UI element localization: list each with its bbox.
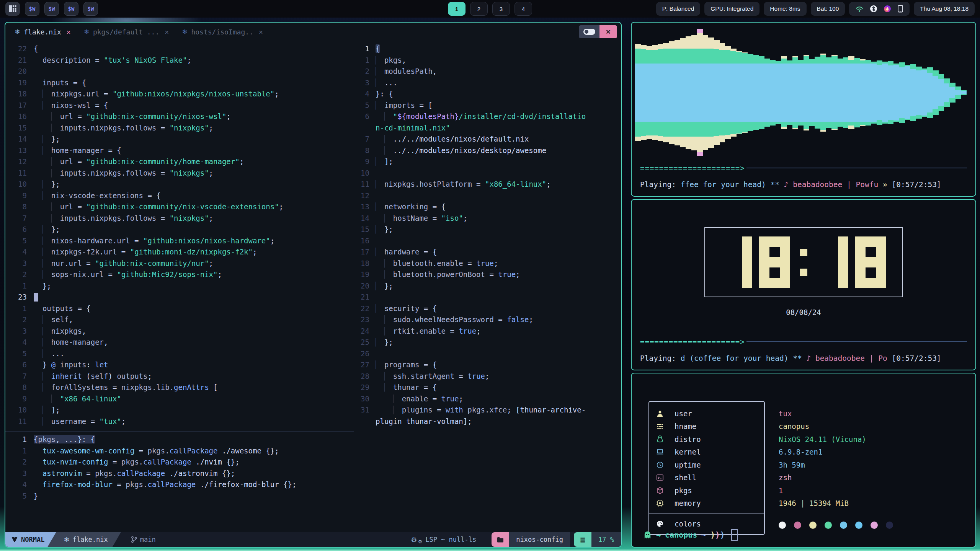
line-number: 16 <box>354 235 376 247</box>
tag-1[interactable]: 1 <box>448 2 466 16</box>
line-text <box>376 235 621 247</box>
neovim-window[interactable]: ❄ flake.nix × ❄ pkgs/default ... × ❄ hos… <box>5 22 622 548</box>
code-line: 8 ▏ url = "github:nix-community/nix-vsco… <box>5 201 354 213</box>
line-text: ▏ url = "github:nix-community/home-manag… <box>34 156 354 168</box>
scroll-chip[interactable]: ≡ 17 % <box>574 532 621 547</box>
ping-label: Home: 8ms <box>770 5 800 12</box>
clock-widget[interactable]: Thu Aug 08, 18:18 <box>914 2 975 16</box>
window-close-button[interactable]: × <box>599 25 617 38</box>
line-number: 1 <box>5 303 34 315</box>
editor-pane-iso[interactable]: 1{1▏ pkgs,2▏ modulesPath,3▏ ...4}: {5▏ i… <box>354 41 621 532</box>
statusline: NORMAL ❄ flake.nix main <box>5 532 621 547</box>
line-text: ▏ ssh.startAgent = true; <box>376 371 621 382</box>
vim-icon <box>11 536 18 543</box>
tab-flake-nix[interactable]: ❄ flake.nix × <box>15 28 71 36</box>
line-text: ▏ rtkit.enable = true; <box>376 326 621 337</box>
tab-close-icon[interactable]: × <box>257 28 263 36</box>
palette-icon <box>656 520 673 528</box>
line-number: 2 <box>5 269 34 280</box>
gpu-label: GPU: Integrated <box>710 5 753 12</box>
code-line: 8 ▏ ../../modules/nixos/desktop/awesome <box>354 145 621 156</box>
lsp-label: LSP ~ null-ls <box>425 536 476 543</box>
statusline-file[interactable]: ❄ flake.nix <box>47 532 121 547</box>
tablet-icon[interactable] <box>897 5 903 13</box>
titlebar-buttons: × <box>579 25 617 38</box>
clock-digit <box>721 236 752 288</box>
code-line: 7 ▏ inherit (self) outputs; <box>5 371 354 382</box>
terminal-visualizer[interactable]: =====================> Playing: ffee for… <box>631 22 976 197</box>
line-text: ▏ "x86_64-linux" <box>34 393 354 405</box>
clock-label: Thu Aug 08, 18:18 <box>920 5 969 12</box>
tag-4[interactable]: 4 <box>514 2 532 16</box>
git-branch-icon <box>131 536 137 543</box>
battery-label: Bat: 100 <box>817 5 839 12</box>
code-line: 18 ▏ bluetooth.enable = true; <box>354 258 621 269</box>
taskbar-item-1[interactable]: $W <box>25 2 39 16</box>
code-line: 2 ▏ self, <box>5 314 354 326</box>
code-line: 1 }; <box>5 280 354 292</box>
code-line: 11 ▏ inputs.nixpkgs.follows = "nixpkgs"; <box>5 168 354 179</box>
code-line: 6 } @ inputs: let <box>5 359 354 371</box>
ontop-toggle-button[interactable] <box>579 25 599 38</box>
color-dot <box>809 522 817 529</box>
line-number: 13 <box>354 201 376 213</box>
tab-close-icon[interactable]: × <box>65 28 71 36</box>
line-text: ▏ hardware = { <box>376 246 621 258</box>
bluetooth-icon[interactable] <box>870 5 877 13</box>
code-line: 7 ▏ inputs.nixpkgs.follows = "nixpkgs"; <box>5 213 354 224</box>
top-bar: $W$W$W$W 1234 P: Balanced GPU: Integrate… <box>0 0 980 18</box>
progress-filled: =====================> <box>640 164 745 172</box>
shell-prompt[interactable]: → canopus ~ ))) <box>643 529 738 541</box>
prompt-path: ~ <box>701 530 706 540</box>
taskbar-item-3[interactable]: $W <box>64 2 78 16</box>
code-line: 14 ▏ }; <box>5 134 354 145</box>
line-number: 10 <box>5 404 34 416</box>
code-line: 5 ▏ ... <box>5 348 354 360</box>
fetch-row: pkgs <box>649 484 764 497</box>
line-text: ▏ self, <box>34 314 354 326</box>
code-line: 9 ▏ "x86_64-linux" <box>5 393 354 405</box>
tray-widget <box>849 2 910 16</box>
code-line: 22{ <box>5 43 354 55</box>
network-icon[interactable] <box>855 5 864 13</box>
ghost-icon <box>643 531 652 540</box>
code-line: 20 <box>5 66 354 77</box>
project-chip[interactable]: nixos-config <box>492 532 570 547</box>
layout-indicator-icon[interactable] <box>5 2 20 16</box>
line-text: ▏ nixpkgs-f2k.url = "github:moni-dz/nixp… <box>34 246 354 258</box>
git-branch[interactable]: main <box>121 532 156 547</box>
code-line: 10 ▏ ]; <box>5 404 354 416</box>
line-number: 10 <box>354 168 376 179</box>
code-line: 26 <box>354 348 621 360</box>
nightlight-icon[interactable] <box>884 5 891 13</box>
tag-2[interactable]: 2 <box>470 2 488 16</box>
line-number: 17 <box>5 100 34 111</box>
line-text <box>376 168 621 179</box>
editor-panes: 22{21 description = "tux's NixOS Flake";… <box>5 41 621 532</box>
line-text: ▏ programs = { <box>376 359 621 371</box>
gear-icon: ⚙ <box>411 536 417 544</box>
line-number: 4 <box>5 337 34 348</box>
taskbar-item-4[interactable]: $W <box>83 2 98 16</box>
mode-label: NORMAL <box>21 536 44 543</box>
editor-pane-flake[interactable]: 22{21 description = "tux's NixOS Flake";… <box>5 41 354 431</box>
taskbar-item-2[interactable]: $W <box>44 2 59 16</box>
color-dot <box>840 522 847 529</box>
tab-hosts-isoimage[interactable]: ❄ hosts/isoImag.. × <box>182 28 263 36</box>
fetch-values: tuxcanopusNixOS 24.11 (Vicuna)6.9.8-zen1… <box>779 401 893 535</box>
fetch-row: hname <box>649 420 764 433</box>
line-text: ▏ }; <box>34 134 354 145</box>
line-text: ▏ nixpkgs, <box>34 326 354 337</box>
tag-3[interactable]: 3 <box>492 2 510 16</box>
code-line: 3 ▏ nur.url = "github:nix-community/nur"… <box>5 258 354 269</box>
editor-pane-pkgs[interactable]: 1{pkgs, ...}: {1 tux-awesome-wm-config =… <box>5 432 354 532</box>
code-line: 16 ▏ url = "github:nix-community/nixos-w… <box>5 111 354 122</box>
editor-cursor <box>34 293 38 302</box>
terminal-fetch[interactable]: userhnamedistrokerneluptimeshellpkgsmemo… <box>631 373 976 548</box>
terminal-clock[interactable]: 08/08/24 =====================> Playing:… <box>631 199 976 370</box>
line-number: 30 <box>354 393 376 405</box>
line-text: ▏ }; <box>376 224 621 235</box>
line-text: ▏ ... <box>376 77 621 89</box>
tab-pkgs-default[interactable]: ❄ pkgs/default ... × <box>84 28 169 36</box>
tab-close-icon[interactable]: × <box>163 28 169 36</box>
